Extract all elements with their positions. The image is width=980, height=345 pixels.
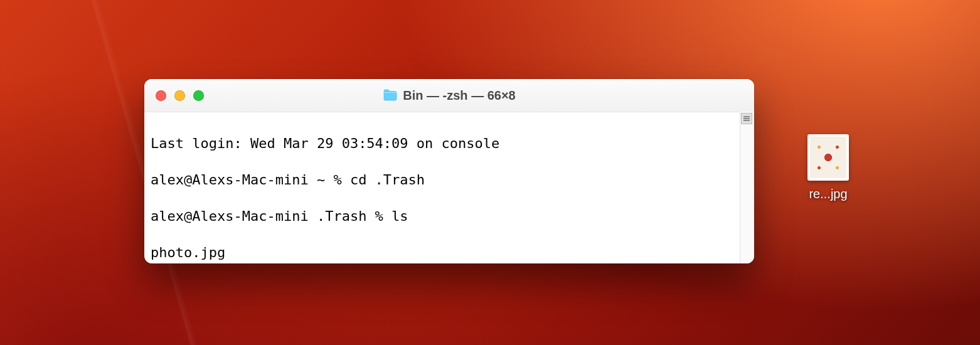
desktop-file-icon[interactable]: re...jpg	[791, 134, 866, 201]
close-button[interactable]	[156, 90, 166, 101]
file-thumbnail	[807, 134, 849, 181]
window-controls	[144, 90, 204, 101]
window-title-bar[interactable]: Bin — -zsh — 66×8	[144, 79, 754, 112]
minimize-button[interactable]	[174, 90, 185, 101]
terminal-line: photo.jpg	[151, 243, 739, 262]
terminal-output[interactable]: Last login: Wed Mar 29 03:54:09 on conso…	[144, 112, 754, 263]
svg-rect-0	[384, 92, 397, 93]
zoom-button[interactable]	[193, 90, 204, 101]
window-title: Bin — -zsh — 66×8	[144, 88, 754, 103]
image-preview-icon	[810, 137, 846, 178]
terminal-line: Last login: Wed Mar 29 03:54:09 on conso…	[151, 134, 739, 152]
scrollbar-marker-icon[interactable]	[741, 113, 752, 124]
terminal-window[interactable]: Bin — -zsh — 66×8 Last login: Wed Mar 29…	[144, 79, 754, 263]
file-label: re...jpg	[809, 187, 847, 201]
terminal-line: alex@Alexs-Mac-mini .Trash % ls	[151, 207, 739, 225]
folder-icon	[383, 89, 398, 102]
terminal-line: alex@Alexs-Mac-mini ~ % cd .Trash	[151, 171, 739, 189]
window-title-text: Bin — -zsh — 66×8	[403, 88, 516, 103]
scrollbar[interactable]	[740, 112, 754, 263]
